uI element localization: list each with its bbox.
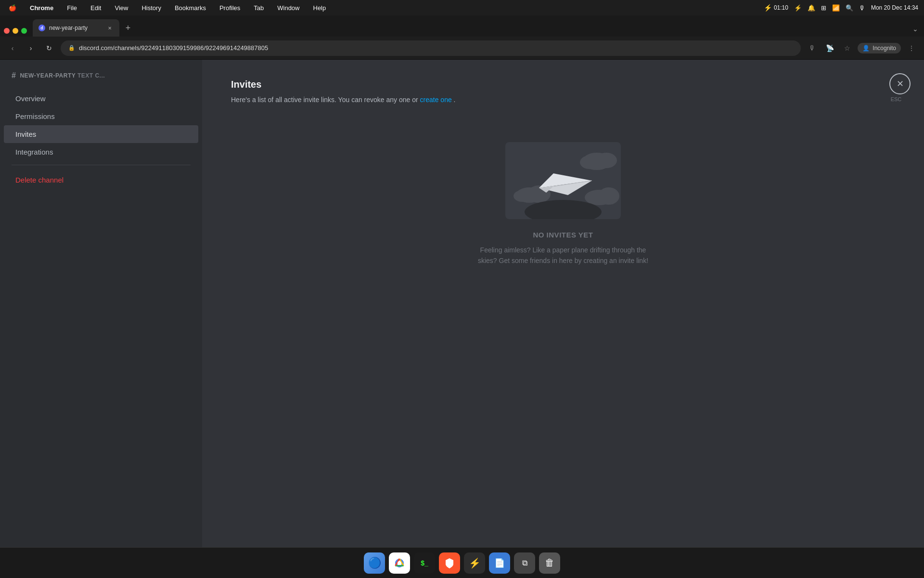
battery-indicator: ⚡ 01:10: [764, 4, 788, 12]
tab-close-button[interactable]: ✕: [106, 24, 114, 32]
bookmark-star-icon[interactable]: ☆: [840, 41, 854, 55]
settings-panel: ✕ ESC Invites Here's a list of all activ…: [202, 60, 924, 547]
view-menu[interactable]: View: [112, 3, 131, 13]
empty-state: NO INVITES YET Feeling aimless? Like a p…: [231, 123, 895, 286]
apple-menu[interactable]: 🍎: [6, 3, 19, 13]
incognito-label: Incognito: [873, 45, 896, 52]
siri-icon[interactable]: 🎙: [859, 4, 865, 12]
lock-icon: 🔒: [68, 45, 75, 51]
content-area: # NEW-YEAR-PARTY TEXT C... Overview Perm…: [0, 60, 924, 547]
integrations-label: Integrations: [15, 148, 53, 156]
incognito-badge: 👤 Incognito: [858, 43, 901, 53]
file-menu[interactable]: File: [64, 3, 80, 13]
control-center-icon: ⊞: [821, 4, 826, 12]
tab-title: new-year-party: [49, 25, 88, 31]
search-icon[interactable]: 🔍: [846, 4, 853, 12]
profiles-menu[interactable]: Profiles: [217, 3, 243, 13]
sidebar-item-overview[interactable]: Overview: [4, 90, 198, 107]
delete-channel-label: Delete channel: [15, 176, 64, 184]
history-menu[interactable]: History: [139, 3, 164, 13]
window-menu[interactable]: Window: [274, 3, 302, 13]
channel-name: NEW-YEAR-PARTY TEXT C...: [20, 72, 105, 79]
topnotch-icon: ⚡: [794, 4, 802, 12]
paper-plane-illustration: [505, 142, 621, 219]
edit-menu[interactable]: Edit: [88, 3, 104, 13]
esc-label: ESC: [886, 96, 907, 102]
wifi-icon: 📶: [832, 4, 840, 12]
datetime-display: Mon 20 Dec 14:34: [871, 4, 918, 11]
settings-sidebar: # NEW-YEAR-PARTY TEXT C... Overview Perm…: [0, 60, 202, 547]
permissions-label: Permissions: [15, 112, 55, 120]
tab-menu[interactable]: Tab: [251, 3, 267, 13]
dock: 🔵 $_ ⚡ 📄 ⧉ 🗑: [0, 547, 924, 578]
empty-state-description: Feeling aimless? Like a paper plane drif…: [472, 245, 654, 266]
new-tab-button[interactable]: +: [121, 21, 135, 35]
back-button[interactable]: ‹: [6, 41, 19, 55]
create-invite-link[interactable]: create one: [420, 96, 452, 104]
tab-favicon: d: [38, 25, 45, 31]
sidebar-item-integrations[interactable]: Integrations: [4, 143, 198, 161]
url-text: discord.com/channels/922491180309159986/…: [79, 44, 268, 52]
overview-label: Overview: [15, 94, 46, 103]
tab-list-button[interactable]: ⌄: [911, 23, 920, 35]
window-close-btn[interactable]: [4, 28, 10, 34]
tabbar: d new-year-party ✕ + ⌄: [0, 15, 924, 37]
dock-trash[interactable]: 🗑: [539, 552, 560, 574]
cast-icon[interactable]: 📡: [823, 41, 836, 55]
notification-icon: 🔔: [808, 4, 815, 12]
reload-button[interactable]: ↻: [42, 41, 56, 55]
sidebar-item-permissions[interactable]: Permissions: [4, 107, 198, 125]
svg-point-2: [596, 153, 617, 168]
svg-point-6: [513, 190, 531, 202]
sidebar-item-invites[interactable]: Invites: [4, 125, 198, 143]
microphone-icon[interactable]: 🎙: [806, 41, 819, 55]
settings-description: Here's a list of all active invite links…: [231, 96, 895, 104]
sidebar-divider: [12, 165, 191, 165]
more-options-icon[interactable]: ⋮: [905, 41, 918, 55]
dock-brave[interactable]: [439, 552, 460, 574]
dock-finder[interactable]: 🔵: [364, 552, 385, 574]
delete-channel-button[interactable]: Delete channel: [4, 171, 198, 189]
svg-point-17: [398, 561, 401, 565]
chrome-menu[interactable]: Chrome: [27, 3, 56, 13]
svg-point-8: [598, 187, 619, 205]
dock-files[interactable]: 📄: [489, 552, 510, 574]
svg-point-3: [580, 156, 599, 169]
menubar: 🍎 Chrome File Edit View History Bookmark…: [0, 0, 924, 15]
help-menu[interactable]: Help: [310, 3, 329, 13]
forward-button[interactable]: ›: [24, 41, 38, 55]
close-settings-button[interactable]: ✕: [889, 73, 911, 94]
channel-hash-icon: #: [12, 71, 16, 80]
chrome-window: d new-year-party ✕ + ⌄ ‹ › ↻ 🔒 discord.c…: [0, 15, 924, 547]
invites-label: Invites: [15, 130, 36, 138]
bookmarks-menu[interactable]: Bookmarks: [172, 3, 209, 13]
active-tab[interactable]: d new-year-party ✕: [33, 19, 119, 37]
empty-state-title: NO INVITES YET: [533, 231, 593, 239]
dock-topnotch[interactable]: ⚡: [464, 552, 485, 574]
dock-chrome[interactable]: [389, 552, 410, 574]
window-minimize-btn[interactable]: [13, 28, 18, 34]
dock-terminal[interactable]: $_: [414, 552, 435, 574]
channel-header: # NEW-YEAR-PARTY TEXT C...: [0, 71, 202, 90]
dock-windows[interactable]: ⧉: [514, 552, 535, 574]
addressbar: ‹ › ↻ 🔒 discord.com/channels/92249118030…: [0, 37, 924, 60]
settings-title: Invites: [231, 79, 895, 90]
window-maximize-btn[interactable]: [21, 28, 27, 34]
incognito-icon: 👤: [862, 45, 870, 52]
address-bar[interactable]: 🔒 discord.com/channels/92249118030915998…: [61, 40, 801, 56]
